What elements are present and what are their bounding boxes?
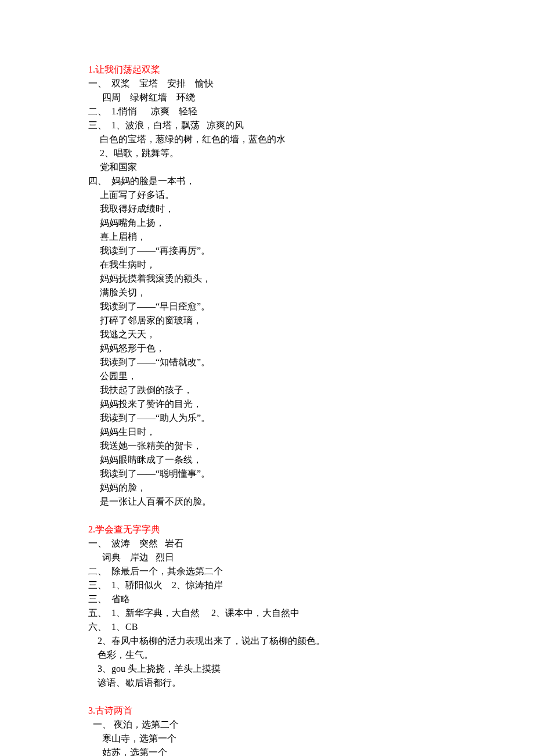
text-line: 寒山寺，选第一个	[88, 732, 460, 746]
text-line: 四、 妈妈的脸是一本书，	[88, 174, 460, 188]
text-line: 五、 1、新华字典，大自然 2、课本中，大自然中	[88, 606, 460, 620]
text-line: 我取得好成绩时，	[88, 202, 460, 216]
text-line: 我读到了——“早日痊愈”。	[88, 300, 460, 314]
text-line: 公园里，	[88, 369, 460, 383]
text-line: 我读到了——“知错就改”。	[88, 355, 460, 369]
text-line: 妈妈抚摸着我滚烫的额头，	[88, 272, 460, 286]
text-line: 满脸关切，	[88, 286, 460, 300]
text-line: 妈妈生日时，	[88, 425, 460, 439]
text-line: 是一张让人百看不厌的脸。	[88, 495, 460, 509]
text-line: 妈妈眼睛眯成了一条线，	[88, 453, 460, 467]
text-line: 六、 1、CB	[88, 620, 460, 634]
text-line: 二、 1.悄悄 凉爽 轻轻	[88, 105, 460, 118]
blank-line	[88, 509, 460, 523]
text-line: 三、 省略	[88, 592, 460, 606]
text-line: 喜上眉梢，	[88, 230, 460, 244]
text-line: 白色的宝塔，葱绿的树，红色的墙，蓝色的水	[88, 132, 460, 146]
text-line: 妈妈的脸，	[88, 481, 460, 495]
text-line: 妈妈怒形于色，	[88, 341, 460, 355]
text-line: 三、 1、波浪，白塔，飘荡 凉爽的风	[88, 118, 460, 132]
text-line: 二、 除最后一个，其余选第二个	[88, 564, 460, 578]
text-line: 一、 夜泊，选第二个	[88, 718, 460, 732]
text-line: 2、春风中杨柳的活力表现出来了，说出了杨柳的颜色。	[88, 634, 460, 648]
text-line: 词典 岸边 烈日	[88, 550, 460, 564]
text-line: 我逃之夭夭，	[88, 327, 460, 341]
blank-line	[88, 690, 460, 704]
text-line: 打碎了邻居家的窗玻璃，	[88, 314, 460, 327]
document-page: 1.让我们荡起双桨 一、 双桨 宝塔 安排 愉快 四周 绿树红墙 环绕 二、 1…	[0, 0, 534, 756]
content-block: 1.让我们荡起双桨 一、 双桨 宝塔 安排 愉快 四周 绿树红墙 环绕 二、 1…	[88, 63, 460, 756]
text-line: 我读到了——“再接再厉”。	[88, 244, 460, 258]
text-line: 3、gou 头上挠挠，羊头上摸摸	[88, 662, 460, 676]
text-line: 三、 1、骄阳似火 2、惊涛拍岸	[88, 578, 460, 592]
text-line: 党和国家	[88, 160, 460, 174]
text-line: 色彩，生气。	[88, 648, 460, 662]
text-line: 在我生病时，	[88, 258, 460, 272]
section-2-title: 2.学会查无字字典	[88, 523, 460, 537]
text-line: 四周 绿树红墙 环绕	[88, 91, 460, 105]
text-line: 一、 波涛 突然 岩石	[88, 537, 460, 550]
text-line: 我扶起了跌倒的孩子，	[88, 383, 460, 397]
text-line: 我读到了——“助人为乐”。	[88, 411, 460, 425]
section-1-title: 1.让我们荡起双桨	[88, 63, 460, 77]
text-line: 姑苏，选第一个	[88, 746, 460, 756]
text-line: 妈妈投来了赞许的目光，	[88, 397, 460, 411]
text-line: 2、唱歌，跳舞等。	[88, 146, 460, 160]
text-line: 上面写了好多话。	[88, 188, 460, 202]
text-line: 我读到了——“聪明懂事”。	[88, 467, 460, 481]
text-line: 我送她一张精美的贺卡，	[88, 439, 460, 453]
text-line: 妈妈嘴角上扬，	[88, 216, 460, 230]
section-3-title: 3.古诗两首	[88, 704, 460, 718]
text-line: 谚语、歇后语都行。	[88, 676, 460, 690]
text-line: 一、 双桨 宝塔 安排 愉快	[88, 77, 460, 91]
